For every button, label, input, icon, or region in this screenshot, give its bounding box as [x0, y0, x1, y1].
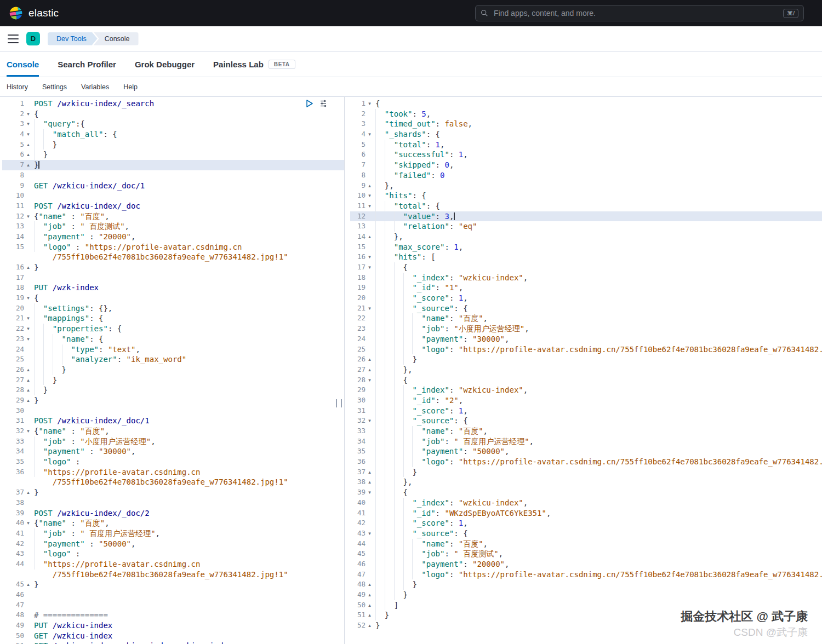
fold-toggle-icon[interactable]: ▴ [366, 600, 374, 611]
pane-resizer-handle[interactable] [336, 399, 342, 407]
code-line[interactable]: 50GET /wzkicu-index [2, 631, 344, 641]
code-line[interactable]: 23 "job": "小度用户运营经理", [350, 324, 822, 334]
space-avatar[interactable]: D [26, 32, 40, 45]
code-line[interactable]: 49▴ } [350, 590, 822, 600]
code-line[interactable]: 22▾ "properties": { [2, 324, 344, 334]
code-line[interactable]: 20 "_score": 1, [350, 293, 822, 303]
request-editor[interactable]: 1POST /wzkicu-index/_search2▾{3▾ "query"… [0, 97, 345, 644]
fold-toggle-icon[interactable]: ▴ [24, 375, 32, 386]
code-line[interactable]: 32▾{"name" : "百度", [2, 426, 344, 436]
code-line[interactable]: 6▴ } [2, 150, 344, 160]
code-line[interactable]: 52▴} [350, 620, 822, 631]
code-line[interactable]: 30 [2, 406, 344, 416]
fold-toggle-icon[interactable]: ▾ [24, 426, 32, 436]
code-line[interactable]: 42 "_score": 1, [350, 518, 822, 528]
fold-toggle-icon[interactable]: ▾ [24, 293, 32, 303]
code-line[interactable]: 15 "max_score": 1, [350, 242, 822, 252]
fold-toggle-icon[interactable]: ▾ [366, 191, 374, 201]
code-line[interactable]: 45 "job": " 百度测试", [350, 549, 822, 559]
code-line[interactable]: 21▾ "_source": { [350, 303, 822, 314]
global-search[interactable]: ⌘/ [475, 5, 804, 21]
fold-toggle-icon[interactable]: ▾ [24, 129, 32, 140]
code-line[interactable]: 13 "relation": "eq" [350, 221, 822, 232]
code-line[interactable]: 42 "payment" : "50000", [2, 539, 344, 549]
code-line[interactable]: 46 "payment": "20000", [350, 559, 822, 570]
code-line[interactable]: 44 "https://profile-avatar.csdnimg.cn [2, 559, 344, 570]
code-line[interactable]: 2▾{ [2, 109, 344, 119]
tab-grok-debugger[interactable]: Grok Debugger [135, 51, 195, 77]
fold-toggle-icon[interactable]: ▾ [366, 99, 374, 109]
code-line[interactable]: 1POST /wzkicu-index/_search [2, 99, 344, 109]
code-line[interactable]: 11▾ "total": { [350, 201, 822, 211]
code-line[interactable]: 46 [2, 590, 344, 600]
fold-toggle-icon[interactable]: ▾ [24, 211, 32, 222]
code-line[interactable]: 51▴ } [350, 610, 822, 620]
code-line[interactable]: 36 "https://profile-avatar.csdnimg.cn [2, 467, 344, 478]
code-line[interactable]: 11POST /wzkicu-index/_doc [2, 201, 344, 211]
send-request-button[interactable] [305, 99, 313, 108]
fold-toggle-icon[interactable]: ▾ [366, 201, 374, 211]
code-line[interactable]: 31 "_score": 1, [350, 406, 822, 416]
fold-toggle-icon[interactable]: ▴ [24, 262, 32, 273]
fold-toggle-icon[interactable]: ▴ [366, 620, 374, 631]
code-line[interactable]: 37▴ } [350, 467, 822, 478]
code-line[interactable]: 18PUT /wzk-index [2, 283, 344, 293]
code-line[interactable]: 33 "job" : "小度用户运营经理", [2, 436, 344, 447]
code-line[interactable]: 35 "payment": "50000", [350, 446, 822, 457]
tab-painless-lab[interactable]: Painless Lab BETA [213, 51, 295, 77]
code-line[interactable]: 47 "logo": "https://profile-avatar.csdni… [350, 570, 822, 580]
code-line[interactable]: 48# ============== [2, 610, 344, 620]
code-line[interactable]: 19 "_id": "1", [350, 283, 822, 293]
code-line[interactable]: 1▾{ [350, 99, 822, 109]
code-line[interactable]: 20 "settings": {}, [2, 303, 344, 314]
fold-toggle-icon[interactable]: ▴ [366, 181, 374, 191]
code-line[interactable]: 3▾ "query":{ [2, 119, 344, 129]
code-line[interactable]: 40▾{"name" : "百度", [2, 518, 344, 528]
menu-variables[interactable]: Variables [81, 83, 109, 91]
code-line[interactable]: 4▾ "_shards": { [350, 129, 822, 140]
fold-toggle-icon[interactable]: ▴ [24, 579, 32, 590]
code-line[interactable]: 28▴ } [2, 385, 344, 395]
breadcrumb-console[interactable]: Console [94, 32, 139, 45]
code-line[interactable]: 16▾ "hits": [ [350, 252, 822, 262]
code-line[interactable]: 4▾ "match_all": { [2, 129, 344, 140]
code-line[interactable]: 27▴ } [2, 375, 344, 386]
fold-toggle-icon[interactable]: ▴ [366, 579, 374, 590]
code-line[interactable]: 10 [2, 191, 344, 201]
fold-toggle-icon[interactable]: ▾ [366, 262, 374, 273]
code-line[interactable]: 51GET /wzkicu-index,wzkicu-index,wzkicu-… [2, 641, 344, 644]
fold-toggle-icon[interactable]: ▴ [24, 365, 32, 375]
code-line[interactable]: 2 "took": 5, [350, 109, 822, 119]
code-line[interactable]: 7▴} [2, 160, 344, 170]
response-viewer[interactable]: 1▾{2 "took": 5,3 "timed_out": false,4▾ "… [345, 97, 822, 644]
code-line[interactable]: 31POST /wzkicu-index/_doc/1 [2, 416, 344, 426]
code-line[interactable]: 38 [2, 498, 344, 508]
code-line[interactable]: 30 "_id": "2", [350, 395, 822, 406]
code-line[interactable]: 17▾ { [350, 262, 822, 273]
code-line[interactable]: 38▴ }, [350, 477, 822, 487]
code-line[interactable]: 9▴ }, [350, 181, 822, 191]
code-line[interactable]: 44 "name": "百度", [350, 539, 822, 549]
fold-toggle-icon[interactable]: ▴ [366, 610, 374, 620]
menu-icon[interactable] [8, 34, 19, 43]
code-line[interactable]: /755ff10be62f4e7081bc36028fa9eafe_w77634… [2, 477, 344, 487]
code-line[interactable]: 16▴} [2, 262, 344, 273]
code-line[interactable]: 41 "_id": "WKzdSpEByoATC6YkE351", [350, 508, 822, 519]
code-line[interactable]: 28▾ { [350, 375, 822, 386]
code-line[interactable]: 39POST /wzkicu-index/_doc/2 [2, 508, 344, 519]
code-line[interactable]: 34 "job": " 百度用户运营经理", [350, 436, 822, 447]
fold-toggle-icon[interactable]: ▴ [24, 487, 32, 498]
code-line[interactable]: 29▴} [2, 395, 344, 406]
fold-toggle-icon[interactable]: ▾ [366, 375, 374, 386]
menu-help[interactable]: Help [123, 83, 138, 91]
code-line[interactable]: 48▴ } [350, 579, 822, 590]
code-line[interactable]: 50▴ ] [350, 600, 822, 611]
code-line[interactable]: 29 "_index": "wzkicu-index", [350, 385, 822, 395]
tab-search-profiler[interactable]: Search Profiler [58, 51, 116, 77]
search-input[interactable] [493, 8, 779, 18]
code-line[interactable]: 7 "skipped": 0, [350, 160, 822, 170]
fold-toggle-icon[interactable]: ▾ [24, 324, 32, 334]
code-line[interactable]: 17 [2, 273, 344, 283]
fold-toggle-icon[interactable]: ▴ [366, 232, 374, 242]
code-line[interactable]: 19▾{ [2, 293, 344, 303]
